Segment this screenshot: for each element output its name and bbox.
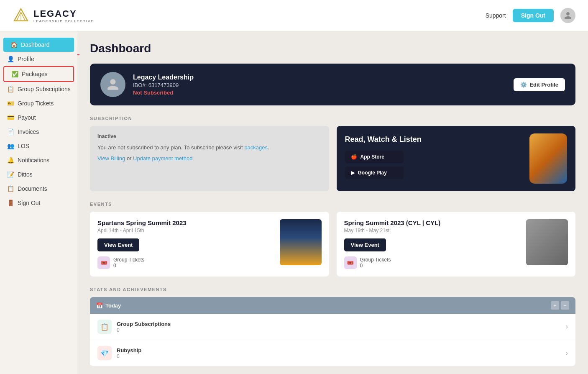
sidebar-label-documents: Documents: [18, 185, 47, 192]
event-dates-1: May 19th - May 21st: [344, 228, 522, 233]
sidebar-label-packages: Packages: [22, 71, 47, 77]
main-layout: 🏠 Dashboard 👤 Profile ✅ Packages 📋 Group…: [0, 31, 588, 374]
group-subs-icon: 📋: [7, 86, 14, 92]
sidebar-item-dashboard[interactable]: 🏠 Dashboard: [3, 38, 74, 52]
view-billing-link[interactable]: View Billing: [97, 155, 125, 161]
stat-icon-0: 📋: [97, 320, 112, 334]
inactive-subscription-card: Inactive You are not subscribed to any p…: [90, 126, 329, 191]
event-title-1: Spring Summit 2023 (CYL | CYL): [344, 219, 522, 226]
event-info-0: Spartans Spring Summit 2023 April 14th -…: [97, 219, 275, 269]
stat-chevron-1: ›: [566, 349, 568, 357]
group-tickets-info-0: Group Tickets 0: [113, 257, 144, 269]
content-area: Dashboard Legacy Leadership IBO#: 631747…: [77, 31, 588, 374]
stat-left-0: 📋 Group Subscriptions 0: [97, 320, 171, 334]
profile-banner: Legacy Leadership IBO#: 6317473909 Not S…: [90, 64, 575, 105]
read-watch-content: Read, Watch & Listen 🍎 App Store ▶ Googl…: [345, 135, 422, 182]
subscription-section-label: SUBSCRIPTION: [90, 116, 575, 121]
today-bar: 📅 Today + −: [90, 297, 575, 314]
profile-ibo: IBO#: 6317473909: [133, 82, 194, 88]
sidebar-label-payout: Payout: [18, 114, 36, 121]
sidebar-item-group-subscriptions[interactable]: 📋 Group Subscriptions: [0, 82, 77, 96]
sidebar-item-notifications[interactable]: 🔔 Notifications: [0, 153, 77, 167]
profile-avatar-icon: [106, 78, 120, 91]
notifications-icon: 🔔: [7, 157, 14, 164]
profile-icon: 👤: [7, 56, 14, 62]
update-payment-link[interactable]: Update payment method: [133, 155, 192, 161]
sidebar-label-dashboard: Dashboard: [21, 41, 50, 48]
stats-container: 📅 Today + − 📋 Group Subscriptions 0: [90, 297, 575, 366]
stats-expand-button[interactable]: +: [551, 301, 559, 310]
stats-section-label: STATS AND ACHIEVEMENTS: [90, 287, 575, 292]
sidebar-item-group-tickets[interactable]: 🎫 Group Tickets: [0, 96, 77, 110]
events-section-label: EVENTS: [90, 202, 575, 207]
invoices-icon: 📄: [7, 128, 14, 135]
documents-icon: 📋: [7, 185, 14, 192]
event-dates-0: April 14th - April 15th: [97, 228, 275, 233]
today-controls: + −: [551, 301, 569, 310]
sidebar-item-los[interactable]: 👥 LOS: [0, 139, 77, 153]
sidebar-item-payout[interactable]: 💳 Payout: [0, 110, 77, 125]
logo-title: LEGACY: [33, 8, 94, 19]
sidebar: 🏠 Dashboard 👤 Profile ✅ Packages 📋 Group…: [0, 31, 77, 374]
read-watch-card: Read, Watch & Listen 🍎 App Store ▶ Googl…: [337, 126, 576, 191]
inactive-description: You are not subscribed to any plan. To s…: [97, 143, 322, 152]
packages-icon: ✅: [11, 71, 18, 77]
view-event-button-0[interactable]: View Event: [97, 238, 139, 251]
rubyship-stat-icon: 💎: [100, 349, 109, 357]
sidebar-item-packages[interactable]: ✅ Packages: [3, 66, 74, 82]
event-info-1: Spring Summit 2023 (CYL | CYL) May 19th …: [344, 219, 522, 269]
sidebar-item-dittos[interactable]: 📝 Dittos: [0, 167, 77, 182]
read-watch-title: Read, Watch & Listen: [345, 135, 422, 144]
avatar[interactable]: [560, 8, 575, 23]
logo: LEGACY LEADERSHIP COLLECTIVE: [13, 8, 94, 23]
sidebar-item-invoices[interactable]: 📄 Invoices: [0, 125, 77, 139]
packages-link[interactable]: packages: [244, 144, 268, 151]
calendar-icon: 📅: [96, 302, 103, 309]
event-thumbnail-1: [526, 219, 568, 265]
sidebar-label-dittos: Dittos: [18, 171, 33, 178]
today-label: 📅 Today: [96, 302, 121, 309]
group-tickets-row-0: 🎟️ Group Tickets 0: [97, 256, 275, 269]
arrow-annotation: [77, 51, 88, 77]
sidebar-label-sign-out: Sign Out: [18, 200, 40, 206]
logo-subtitle: LEADERSHIP COLLECTIVE: [33, 19, 94, 23]
sidebar-item-profile[interactable]: 👤 Profile: [0, 52, 77, 66]
event-card-1: Spring Summit 2023 (CYL | CYL) May 19th …: [337, 212, 576, 277]
view-event-button-1[interactable]: View Event: [344, 238, 386, 251]
apple-icon: 🍎: [351, 154, 357, 160]
ticket-icon-0: 🎟️: [97, 256, 110, 269]
events-row: Spartans Spring Summit 2023 April 14th -…: [90, 212, 575, 277]
event-thumbnail-0: [280, 219, 322, 265]
profile-banner-left: Legacy Leadership IBO#: 6317473909 Not S…: [100, 72, 194, 97]
group-subs-stat-icon: 📋: [100, 323, 109, 331]
stats-collapse-button[interactable]: −: [561, 301, 569, 310]
event-thumbnail-image-0: [280, 219, 322, 265]
event-card-0: Spartans Spring Summit 2023 April 14th -…: [90, 212, 329, 277]
header-signout-button[interactable]: Sign Out: [513, 9, 554, 22]
stat-row-1[interactable]: 💎 Rubyship 0 ›: [90, 340, 575, 366]
logo-icon: [13, 8, 29, 23]
los-icon: 👥: [7, 143, 14, 149]
support-link[interactable]: Support: [486, 12, 506, 19]
billing-links: View Billing or Update payment method: [97, 155, 322, 161]
gear-icon: ⚙️: [520, 82, 527, 88]
sidebar-label-los: LOS: [18, 143, 29, 149]
dittos-icon: 📝: [7, 171, 14, 178]
stat-row-0[interactable]: 📋 Group Subscriptions 0 ›: [90, 314, 575, 340]
sidebar-label-group-tickets: Group Tickets: [18, 100, 54, 107]
app-store-button[interactable]: 🍎 App Store: [345, 151, 404, 163]
edit-profile-button[interactable]: ⚙️ Edit Profile: [514, 78, 565, 91]
profile-name: Legacy Leadership: [133, 74, 194, 81]
sidebar-label-group-subscriptions: Group Subscriptions: [18, 86, 71, 92]
google-play-button[interactable]: ▶ Google Play: [345, 167, 404, 179]
sidebar-item-sign-out[interactable]: 🚪 Sign Out: [0, 196, 77, 210]
event-title-0: Spartans Spring Summit 2023: [97, 219, 275, 226]
event-card-inner-1: Spring Summit 2023 (CYL | CYL) May 19th …: [344, 219, 568, 269]
sidebar-label-profile: Profile: [18, 56, 34, 62]
sidebar-label-notifications: Notifications: [18, 157, 49, 164]
profile-info: Legacy Leadership IBO#: 6317473909 Not S…: [133, 74, 194, 96]
event-card-inner-0: Spartans Spring Summit 2023 April 14th -…: [97, 219, 322, 269]
group-tickets-icon: 🎫: [7, 100, 14, 107]
sidebar-item-documents[interactable]: 📋 Documents: [0, 182, 77, 196]
home-icon: 🏠: [10, 41, 18, 48]
